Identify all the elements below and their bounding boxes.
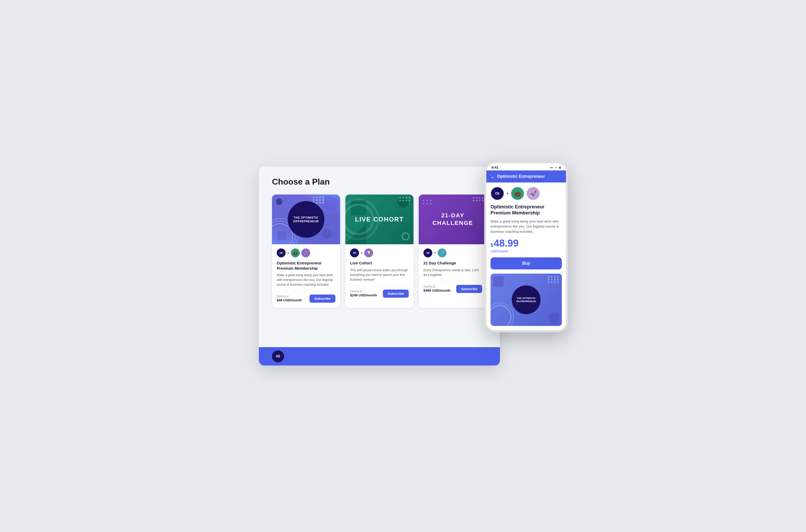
- mobile-buy-button[interactable]: Buy: [491, 258, 562, 269]
- subscribe-button-premium[interactable]: Subscribe: [309, 294, 335, 303]
- page-title: Choose a Plan: [272, 177, 487, 187]
- mobile-dollar-sign: $: [491, 243, 493, 248]
- signal-icon: ▪▪▪: [550, 166, 553, 169]
- status-icons: ▪▪▪ ∿ ▮: [550, 166, 561, 169]
- starting-at-label: Starting at: [277, 295, 302, 298]
- mobile-status-bar: 9:41 ▪▪▪ ∿ ▮: [486, 164, 566, 170]
- mobile-price-number: 48.99: [494, 238, 518, 248]
- plan-icons-row-cohort: OE + 💡: [350, 248, 409, 258]
- plan-desc-premium: Make a great living doing your best work…: [277, 273, 335, 287]
- mobile-oe-icon: OE: [491, 187, 504, 200]
- mobile-plan-desc: Make a great living doing your best work…: [491, 219, 562, 234]
- cohort-title: LIVE COHORT: [355, 216, 404, 223]
- plus-icon-challenge: +: [434, 251, 436, 255]
- outer-wrapper: Choose a Plan: [259, 167, 547, 365]
- mobile-plan-name: Optimistic Entrepreneur Premium Membersh…: [491, 204, 562, 216]
- rocket-icon-badge: 🚀: [301, 248, 310, 258]
- plan-desc-cohort: This self-paced course walks you through…: [350, 268, 409, 282]
- oe-icon-badge-challenge: OE: [423, 248, 432, 258]
- starting-at-label-cohort: Starting at: [350, 290, 377, 293]
- subscribe-button-challenge[interactable]: Subscribe: [456, 285, 482, 293]
- plan-price-area-cohort: Starting at $249 USD/month: [350, 290, 377, 298]
- lightbulb-icon-badge: 💡: [364, 248, 373, 258]
- plan-price-value-premium: $48 USD/month: [277, 298, 302, 302]
- plan-footer-cohort: Starting at $249 USD/month Subscribe: [350, 286, 409, 298]
- challenge-dot-grid-left: [423, 200, 432, 205]
- plan-card-challenge: 21-DAYCHALLENGE OE + 🧪 21 Day Challenge …: [419, 194, 487, 308]
- mobile-briefcase-icon: 💼: [511, 187, 524, 200]
- plan-price-value-cohort: $249 USD/month: [350, 293, 377, 297]
- plan-image-premium: THE OPTIMISTICENTREPRENEUR: [272, 194, 340, 244]
- plan-card-cohort: LIVE COHORT OE + 💡 Live Cohort This self…: [345, 194, 414, 308]
- flask-icon-badge: 🧪: [438, 248, 446, 258]
- plan-card-premium: THE OPTIMISTICENTREPRENEUR OE + 💼 🚀 Opti…: [272, 194, 340, 308]
- plan-card-body-cohort: OE + 💡 Live Cohort This self-paced cours…: [345, 244, 414, 303]
- challenge-dot-grid: [473, 197, 484, 201]
- plan-desc-challenge: Every Entrepreneur needs to start. Let's…: [423, 268, 482, 277]
- desktop-footer: OE: [259, 347, 500, 365]
- mobile-price-row: $ 48.99: [491, 238, 562, 248]
- plans-grid: THE OPTIMISTICENTREPRENEUR OE + 💼 🚀 Opti…: [272, 194, 487, 308]
- plus-icon: +: [287, 251, 289, 255]
- plan-footer-challenge: Starting at $499 USD/month Subscribe: [423, 282, 482, 293]
- plan-card-body-premium: OE + 💼 🚀 Optimistic Entrepreneur Premium…: [272, 244, 340, 308]
- plan-name-premium: Optimistic Entrepreneur Premium Membersh…: [277, 261, 335, 271]
- mobile-rocket-icon: 🚀: [527, 187, 540, 200]
- mobile-oe-circle-text: THE OPTIMISTICENTREPRENEUR: [516, 297, 536, 303]
- mobile-icons-row: OE + 💼 🚀: [491, 187, 562, 200]
- mobile-frame: 9:41 ▪▪▪ ∿ ▮ ⌄ Optimistic Entrepreneur O…: [484, 161, 568, 332]
- footer-logo: OE: [272, 350, 284, 362]
- subscribe-button-cohort[interactable]: Subscribe: [383, 289, 409, 298]
- status-time: 9:41: [492, 166, 498, 169]
- plan-price-value-challenge: $499 USD/month: [423, 288, 451, 292]
- challenge-title: 21-DAYCHALLENGE: [433, 212, 473, 227]
- plus-icon-cohort: +: [361, 251, 363, 255]
- plan-price-area-premium: Starting at $48 USD/month: [277, 295, 302, 302]
- wifi-icon: ∿: [555, 166, 557, 169]
- mobile-body: OE + 💼 🚀 Optimistic Entrepreneur Premium…: [486, 183, 566, 330]
- oe-icon-badge: OE: [277, 248, 286, 258]
- desktop-content: Choose a Plan: [272, 177, 487, 329]
- mobile-oe-circle: THE OPTIMISTICENTREPRENEUR: [512, 285, 541, 314]
- plan-card-body-challenge: OE + 🧪 21 Day Challenge Every Entreprene…: [419, 244, 487, 298]
- plan-footer-premium: Starting at $48 USD/month Subscribe: [277, 291, 335, 303]
- oe-logo-circle: THE OPTIMISTICENTREPRENEUR: [288, 201, 324, 238]
- plan-icons-row-challenge: OE + 🧪: [423, 248, 482, 258]
- plan-icons-row-premium: OE + 💼 🚀: [277, 248, 335, 258]
- plan-price-area-challenge: Starting at $499 USD/month: [423, 285, 451, 293]
- mobile-price-period: USD/month: [491, 249, 562, 253]
- oe-icon-badge-cohort: OE: [350, 248, 359, 258]
- starting-at-label-challenge: Starting at: [423, 285, 451, 288]
- desktop-frame: Choose a Plan: [259, 167, 500, 365]
- mobile-header: ⌄ Optimistic Entrepreneur: [486, 170, 566, 183]
- briefcase-icon-badge: 💼: [291, 248, 300, 258]
- plan-image-cohort: LIVE COHORT: [345, 194, 414, 244]
- plan-name-challenge: 21 Day Challenge: [423, 261, 482, 266]
- mobile-plus-icon: +: [506, 191, 509, 196]
- plan-image-challenge: 21-DAYCHALLENGE: [419, 194, 487, 244]
- battery-icon: ▮: [559, 166, 561, 169]
- plan-name-cohort: Live Cohort: [350, 261, 409, 266]
- mobile-card-image: THE OPTIMISTICENTREPRENEUR: [491, 273, 562, 326]
- mobile-chevron-icon[interactable]: ⌄: [491, 174, 494, 179]
- mobile-header-title: Optimistic Entrepreneur: [497, 174, 545, 179]
